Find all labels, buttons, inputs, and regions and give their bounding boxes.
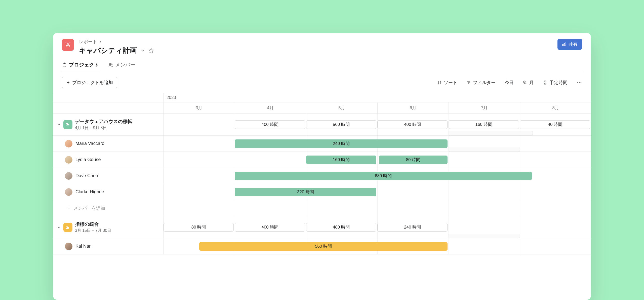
chevron-down-icon[interactable] bbox=[57, 123, 61, 127]
chevron-right-icon bbox=[99, 40, 102, 44]
chevron-down-icon[interactable] bbox=[140, 48, 145, 53]
svg-point-7 bbox=[109, 63, 111, 65]
allocation-bar[interactable]: 320 時間 bbox=[235, 188, 376, 196]
svg-point-18 bbox=[577, 82, 578, 83]
svg-marker-1 bbox=[149, 48, 153, 53]
hourglass-icon bbox=[543, 80, 547, 85]
today-button[interactable]: 今日 bbox=[505, 80, 514, 86]
share-label: 共有 bbox=[569, 41, 578, 47]
svg-rect-28 bbox=[66, 228, 69, 229]
plus-icon bbox=[66, 81, 70, 85]
more-icon bbox=[577, 80, 582, 85]
member-row: Kai Nani 560 時間 bbox=[53, 238, 591, 254]
allocation-bar[interactable]: 40 時間 bbox=[520, 120, 590, 129]
member-row: Clarke Higbee 320 時間 bbox=[53, 184, 591, 200]
avatar bbox=[65, 172, 72, 180]
svg-rect-22 bbox=[67, 124, 69, 125]
member-name[interactable]: Kai Nani bbox=[75, 244, 93, 249]
add-project-button[interactable]: プロジェクトを追加 bbox=[62, 77, 117, 88]
project-row: データウェアハウスの移転 4月 1日 – 9月 8日 400 時間560 時間4… bbox=[53, 114, 591, 136]
project-range: 3月 15日 – 7月 30日 bbox=[75, 228, 111, 233]
svg-rect-27 bbox=[67, 227, 69, 228]
svg-point-19 bbox=[579, 82, 580, 83]
month-cell: 4月 bbox=[235, 102, 306, 113]
allocation-bar[interactable]: 240 時間 bbox=[377, 223, 448, 232]
avatar bbox=[65, 156, 72, 164]
allocation-bar[interactable]: 680 時間 bbox=[235, 172, 532, 180]
member-row: Lydia Gouse 160 時間80 時間 bbox=[53, 152, 591, 168]
scheduled-hours-button[interactable]: 予定時間 bbox=[543, 80, 568, 86]
month-cell: 3月 bbox=[164, 102, 235, 113]
svg-rect-3 bbox=[564, 44, 565, 46]
allocation-bar[interactable]: 240 時間 bbox=[235, 139, 448, 148]
svg-rect-26 bbox=[66, 226, 68, 227]
allocation-bar[interactable]: 400 時間 bbox=[377, 120, 448, 129]
app-icon bbox=[62, 39, 74, 51]
allocation-bar[interactable]: 400 時間 bbox=[235, 120, 305, 129]
allocation-bar[interactable]: 400 時間 bbox=[235, 223, 305, 232]
sort-icon bbox=[437, 80, 442, 85]
avatar bbox=[65, 243, 72, 250]
month-cell: 6月 bbox=[378, 102, 449, 113]
breadcrumb-parent[interactable]: レポート bbox=[79, 39, 97, 45]
year-label: 2023 bbox=[164, 93, 179, 102]
project-icon bbox=[63, 223, 72, 232]
svg-rect-21 bbox=[66, 123, 68, 124]
member-name[interactable]: Maria Vaccaro bbox=[75, 141, 104, 146]
star-icon[interactable] bbox=[148, 48, 154, 53]
allocation-bar[interactable]: 560 時間 bbox=[199, 242, 448, 251]
member-row: Maria Vaccaro 240 時間 bbox=[53, 136, 591, 152]
allocation-extender bbox=[449, 131, 533, 136]
sort-button[interactable]: ソート bbox=[437, 80, 457, 86]
allocation-extender bbox=[449, 147, 520, 152]
project-icon bbox=[63, 120, 72, 129]
more-button[interactable] bbox=[577, 80, 582, 85]
tab-members[interactable]: メンバー bbox=[108, 61, 135, 72]
add-member-row[interactable]: メンバーを追加 bbox=[53, 200, 591, 216]
zoom-button[interactable]: 月 bbox=[523, 80, 534, 86]
month-cell: 8月 bbox=[520, 102, 591, 113]
header: レポート キャパシティ計画 共有 プロジェクト bbox=[53, 33, 591, 72]
svg-point-8 bbox=[111, 64, 112, 65]
svg-point-20 bbox=[581, 82, 582, 83]
tabs: プロジェクト メンバー bbox=[62, 61, 582, 72]
project-name[interactable]: データウェアハウスの移転 bbox=[75, 118, 132, 125]
filter-button[interactable]: フィルター bbox=[466, 80, 496, 86]
months-header: 3月4月5月6月7月8月 bbox=[53, 102, 591, 114]
allocation-extender bbox=[449, 234, 520, 238]
allocation-bar[interactable]: 80 時間 bbox=[164, 223, 234, 232]
chevron-down-icon[interactable] bbox=[57, 225, 61, 229]
chart-icon bbox=[562, 42, 567, 47]
project-row: 指標の統合 3月 15日 – 7月 30日 80 時間400 時間480 時間2… bbox=[53, 216, 591, 238]
allocation-bar[interactable]: 160 時間 bbox=[306, 156, 376, 164]
month-cell: 7月 bbox=[449, 102, 520, 113]
plus-icon bbox=[67, 206, 71, 210]
month-cell: 5月 bbox=[306, 102, 378, 113]
app-frame: レポート キャパシティ計画 共有 プロジェクト bbox=[53, 33, 591, 300]
add-member-label: メンバーを追加 bbox=[73, 205, 105, 211]
svg-rect-4 bbox=[565, 43, 566, 46]
zoom-in-icon bbox=[523, 80, 527, 85]
member-name[interactable]: Dave Chen bbox=[75, 173, 98, 178]
member-name[interactable]: Lydia Gouse bbox=[75, 157, 101, 162]
timeline-grid: 2023 3月4月5月6月7月8月 データウェアハウスの移転 4月 1日 – 9… bbox=[53, 93, 591, 254]
users-icon bbox=[108, 62, 113, 67]
member-name[interactable]: Clarke Higbee bbox=[75, 189, 104, 195]
allocation-bar[interactable]: 80 時間 bbox=[379, 156, 448, 164]
share-button[interactable]: 共有 bbox=[557, 39, 582, 50]
allocation-bar[interactable]: 480 時間 bbox=[306, 223, 376, 232]
project-range: 4月 1日 – 9月 8日 bbox=[75, 125, 132, 131]
breadcrumb[interactable]: レポート bbox=[79, 39, 154, 45]
avatar bbox=[65, 140, 72, 147]
svg-rect-2 bbox=[562, 44, 563, 46]
member-row: Dave Chen 680 時間 bbox=[53, 168, 591, 184]
allocation-bar[interactable]: 560 時間 bbox=[306, 120, 376, 129]
svg-line-15 bbox=[526, 83, 527, 84]
clipboard-icon bbox=[62, 62, 67, 67]
project-name[interactable]: 指標の統合 bbox=[75, 221, 111, 228]
avatar bbox=[65, 188, 72, 196]
tab-projects[interactable]: プロジェクト bbox=[62, 61, 99, 72]
page-title: キャパシティ計画 bbox=[79, 46, 137, 55]
allocation-bar[interactable]: 160 時間 bbox=[449, 120, 519, 129]
svg-rect-23 bbox=[66, 126, 69, 126]
